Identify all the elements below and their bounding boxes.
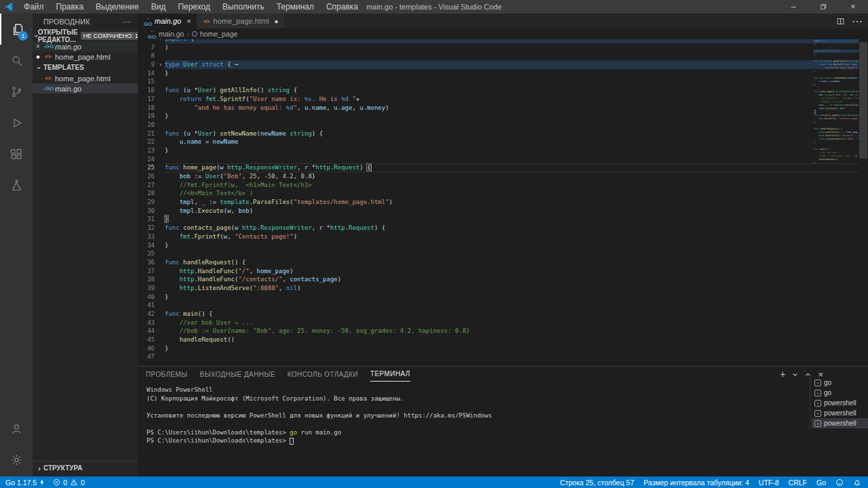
- code-line[interactable]: 35: [138, 249, 859, 258]
- code-line[interactable]: 47: [138, 352, 859, 361]
- search-icon[interactable]: [0, 45, 33, 76]
- code-line[interactable]: 20: [138, 121, 859, 129]
- code-line[interactable]: 23}: [138, 146, 859, 155]
- line-number[interactable]: 34: [138, 241, 157, 250]
- code-line[interactable]: 25func home_page(w http.ResponseWriter, …: [138, 163, 859, 172]
- restore-icon[interactable]: [808, 0, 838, 14]
- line-number[interactable]: 29: [138, 198, 157, 207]
- go-version-status[interactable]: Go 1.17.5: [5, 479, 45, 487]
- minimap[interactable]: import ( ⋯)type User struct { ⋯}func (u …: [814, 39, 859, 366]
- code-line[interactable]: 39 http.ListenAndServe(":8080", nil): [138, 284, 859, 293]
- code-line[interactable]: 18 "and he has money equal: %d", u.name,…: [138, 104, 859, 113]
- menu-item-Файл[interactable]: Файл: [18, 0, 50, 14]
- extensions-icon[interactable]: [0, 138, 33, 169]
- status-item[interactable]: UTF-8: [759, 479, 779, 487]
- code-line[interactable]: 17 return fmt.Sprintf("User name is: %s.…: [138, 95, 859, 104]
- code-line[interactable]: 37 http.HandleFunc("/", home_page): [138, 267, 859, 276]
- outline-section[interactable]: › СТРУКТУРА: [33, 461, 138, 474]
- breadcrumb-file[interactable]: main.go: [159, 30, 184, 38]
- code-line[interactable]: 16func (u *User) getAllInfo() string {: [138, 86, 859, 95]
- code-line[interactable]: 32func contacts_page(w http.ResponseWrit…: [138, 224, 859, 232]
- code-line[interactable]: 34}: [138, 241, 859, 250]
- new-terminal-icon[interactable]: +: [780, 369, 785, 380]
- code-line[interactable]: 22 u.name = newName: [138, 138, 859, 146]
- file-tree-item[interactable]: <>home_page.html: [33, 73, 138, 83]
- line-number[interactable]: 20: [138, 121, 157, 129]
- status-item[interactable]: CRLF: [789, 479, 807, 487]
- source-control-icon[interactable]: [0, 76, 33, 107]
- code-line[interactable]: 28 //<b>Main Text</b>`): [138, 189, 859, 198]
- line-number[interactable]: 15: [138, 77, 157, 86]
- line-number[interactable]: 28: [138, 189, 157, 198]
- close-icon[interactable]: ×: [838, 0, 868, 14]
- code-line[interactable]: 24: [138, 155, 859, 164]
- line-number[interactable]: 41: [138, 301, 157, 310]
- panel-tab-КОНСОЛЬ ОТЛАДКИ[interactable]: КОНСОЛЬ ОТЛАДКИ: [288, 367, 358, 382]
- terminal-dropdown-icon[interactable]: [792, 372, 798, 377]
- line-number[interactable]: 38: [138, 275, 157, 284]
- open-editor-item[interactable]: ●<>home_page.html: [33, 52, 138, 62]
- status-item[interactable]: Строка 25, столбец 57: [560, 479, 634, 487]
- line-number[interactable]: 42: [138, 310, 157, 319]
- code-line[interactable]: 36func handleRequest() {: [138, 258, 859, 267]
- panel-tab-ТЕРМИНАЛ[interactable]: ТЕРМИНАЛ: [370, 367, 410, 382]
- menu-item-Выделение[interactable]: Выделение: [90, 0, 145, 14]
- line-number[interactable]: 7: [138, 43, 157, 52]
- bell-icon[interactable]: [853, 479, 861, 487]
- tab-main.go[interactable]: -GOmain.go×: [138, 14, 197, 28]
- terminal-output[interactable]: Windows PowerShell(C) Корпорация Майкрос…: [146, 386, 797, 445]
- line-number[interactable]: 43: [138, 319, 157, 327]
- line-number[interactable]: 40: [138, 293, 157, 302]
- code-line[interactable]: 38 http.HandleFunc("/contacts/", contact…: [138, 275, 859, 284]
- line-number[interactable]: 26: [138, 172, 157, 181]
- split-editor-icon[interactable]: [836, 17, 845, 26]
- breadcrumb[interactable]: -GO main.go › home_page: [138, 28, 868, 39]
- line-number[interactable]: 46: [138, 344, 157, 353]
- code-line[interactable]: 7): [138, 43, 859, 52]
- line-number[interactable]: 33: [138, 232, 157, 241]
- code-line[interactable]: 44 //bob := User{name: "Bob", age: 25, m…: [138, 327, 859, 336]
- line-number[interactable]: 19: [138, 112, 157, 121]
- code-line[interactable]: 45 handleRequest(): [138, 336, 859, 344]
- line-number[interactable]: 22: [138, 138, 157, 146]
- status-item[interactable]: Go: [816, 479, 826, 487]
- code-line[interactable]: 8: [138, 52, 859, 60]
- line-number[interactable]: 18: [138, 104, 157, 113]
- code-line[interactable]: 14}: [138, 69, 859, 78]
- line-number[interactable]: 31: [138, 215, 157, 224]
- menu-item-Терминал[interactable]: Терминал: [271, 0, 320, 14]
- close-icon[interactable]: ×: [33, 43, 43, 50]
- account-icon[interactable]: [0, 413, 33, 444]
- settings-gear-icon[interactable]: [0, 444, 33, 475]
- tab-home_page.html[interactable]: <>home_page.html●: [197, 14, 284, 28]
- menu-item-Переход[interactable]: Переход: [172, 0, 216, 14]
- line-number[interactable]: 30: [138, 207, 157, 216]
- line-number[interactable]: 14: [138, 69, 157, 78]
- code-line[interactable]: 43 //var bob User = ...: [138, 319, 859, 327]
- code-line[interactable]: 42func main() {: [138, 310, 859, 319]
- line-number[interactable]: 44: [138, 327, 157, 336]
- code-line[interactable]: 33 fmt.Fprintf(w, "Contacts page!"): [138, 232, 859, 241]
- line-number[interactable]: 23: [138, 146, 157, 155]
- code-line[interactable]: 26 bob := User{"Bob", 25, -50, 4.2, 0.8}: [138, 172, 859, 181]
- panel-tab-ВЫХОДНЫЕ ДАННЫЕ[interactable]: ВЫХОДНЫЕ ДАННЫЕ: [200, 367, 275, 382]
- maximize-panel-icon[interactable]: [805, 372, 811, 377]
- line-number[interactable]: 27: [138, 181, 157, 190]
- testing-icon[interactable]: [0, 169, 33, 201]
- line-number[interactable]: 39: [138, 284, 157, 293]
- line-number[interactable]: 9: [138, 60, 157, 69]
- code-line[interactable]: 30 tmpl.Execute(w, bob): [138, 207, 859, 216]
- line-number[interactable]: 47: [138, 352, 157, 361]
- line-number[interactable]: 17: [138, 95, 157, 104]
- line-number[interactable]: 32: [138, 224, 157, 232]
- menu-item-Вид[interactable]: Вид: [145, 0, 172, 14]
- code-line[interactable]: 41: [138, 301, 859, 310]
- line-number[interactable]: 36: [138, 258, 157, 267]
- code-line[interactable]: 9›type User struct { ⋯: [138, 60, 859, 69]
- open-editor-item[interactable]: ×-GOmain.go: [33, 41, 138, 52]
- terminal-list-item[interactable]: ›powershell: [812, 398, 868, 408]
- terminal-list-item[interactable]: ›go: [812, 378, 868, 388]
- fold-icon[interactable]: ›: [157, 60, 165, 69]
- scrollbar-thumb[interactable]: [859, 42, 867, 159]
- explorer-icon[interactable]: 1: [0, 14, 33, 45]
